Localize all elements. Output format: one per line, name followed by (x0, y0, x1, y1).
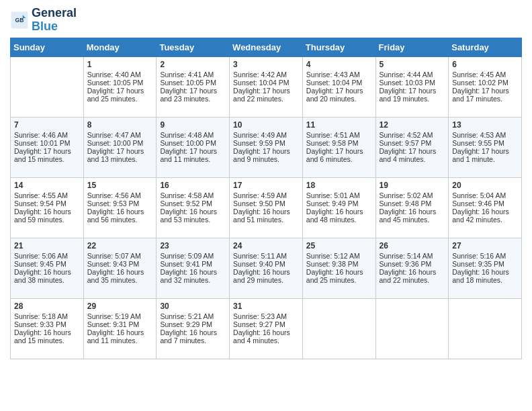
day-info: Daylight: 16 hours (160, 268, 226, 276)
day-info: Daylight: 16 hours (233, 208, 299, 216)
day-info: Daylight: 17 hours (233, 147, 299, 155)
day-number: 5 (380, 60, 445, 69)
calendar-cell: 26Sunrise: 5:14 AMSunset: 9:36 PMDayligh… (375, 238, 449, 298)
day-info: Sunrise: 4:46 AM (14, 131, 80, 139)
day-info: Sunrise: 5:21 AM (160, 312, 226, 320)
day-info: Daylight: 17 hours (14, 147, 80, 155)
day-info: and 1 minute. (452, 155, 518, 163)
calendar-cell: 10Sunrise: 4:49 AMSunset: 9:59 PMDayligh… (230, 117, 303, 177)
day-number: 23 (160, 241, 226, 250)
day-info: Sunrise: 5:02 AM (380, 191, 445, 199)
calendar-header: SundayMondayTuesdayWednesdayThursdayFrid… (11, 38, 522, 56)
day-info: Daylight: 16 hours (14, 208, 80, 216)
week-row-3: 14Sunrise: 4:55 AMSunset: 9:54 PMDayligh… (11, 177, 522, 238)
day-info: Daylight: 16 hours (452, 268, 518, 276)
day-number: 18 (306, 181, 372, 190)
day-info: and 17 minutes. (452, 95, 518, 103)
day-number: 27 (452, 241, 518, 250)
calendar-cell: 3Sunrise: 4:42 AMSunset: 10:04 PMDayligh… (230, 56, 303, 117)
day-info: Sunrise: 5:04 AM (452, 191, 518, 199)
calendar-cell: 8Sunrise: 4:47 AMSunset: 10:00 PMDayligh… (83, 117, 157, 177)
calendar-cell: 23Sunrise: 5:09 AMSunset: 9:41 PMDayligh… (157, 238, 230, 298)
day-info: Daylight: 17 hours (87, 147, 153, 155)
day-info: Sunset: 9:48 PM (380, 199, 445, 208)
day-info: Sunset: 9:54 PM (14, 199, 80, 208)
day-info: Sunrise: 4:51 AM (306, 131, 372, 139)
day-info: Sunrise: 5:06 AM (14, 252, 80, 260)
day-info: Daylight: 16 hours (306, 268, 372, 276)
day-info: Sunset: 9:49 PM (306, 199, 372, 208)
day-number: 26 (380, 241, 445, 250)
calendar-cell: 22Sunrise: 5:07 AMSunset: 9:43 PMDayligh… (83, 238, 157, 298)
day-number: 1 (87, 60, 153, 69)
calendar-cell: 31Sunrise: 5:23 AMSunset: 9:27 PMDayligh… (230, 298, 303, 359)
day-info: Sunrise: 4:53 AM (452, 131, 518, 139)
col-header-monday: Monday (83, 38, 157, 56)
day-number: 21 (14, 241, 80, 250)
day-info: Sunrise: 4:45 AM (452, 71, 518, 79)
day-info: Sunset: 10:00 PM (160, 139, 226, 147)
day-info: Daylight: 16 hours (233, 268, 299, 276)
calendar-cell: 24Sunrise: 5:11 AMSunset: 9:40 PMDayligh… (230, 238, 303, 298)
calendar-cell: 5Sunrise: 4:44 AMSunset: 10:03 PMDayligh… (375, 56, 449, 117)
day-info: and 25 minutes. (306, 276, 372, 284)
day-info: and 9 minutes. (233, 155, 299, 163)
calendar-cell: 1Sunrise: 4:40 AMSunset: 10:05 PMDayligh… (83, 56, 157, 117)
day-number: 8 (87, 120, 153, 130)
day-info: Sunrise: 5:19 AM (87, 312, 153, 320)
day-info: and 51 minutes. (233, 216, 299, 224)
calendar-cell: 28Sunrise: 5:18 AMSunset: 9:33 PMDayligh… (11, 298, 84, 359)
day-info: Daylight: 17 hours (160, 147, 226, 155)
day-info: Sunset: 10:04 PM (233, 79, 299, 87)
col-header-sunday: Sunday (11, 38, 84, 56)
calendar-cell: 19Sunrise: 5:02 AMSunset: 9:48 PMDayligh… (375, 177, 449, 238)
day-info: Sunset: 10:04 PM (306, 79, 372, 87)
day-info: and 48 minutes. (306, 216, 372, 224)
day-info: Sunrise: 5:16 AM (452, 252, 518, 260)
calendar-cell: 25Sunrise: 5:12 AMSunset: 9:38 PMDayligh… (302, 238, 375, 298)
calendar-cell (449, 298, 522, 359)
day-info: and 6 minutes. (306, 155, 372, 163)
day-info: Sunrise: 4:52 AM (380, 131, 445, 139)
day-info: Daylight: 16 hours (87, 328, 153, 336)
calendar-cell: 14Sunrise: 4:55 AMSunset: 9:54 PMDayligh… (11, 177, 84, 238)
day-number: 7 (14, 120, 80, 130)
col-header-friday: Friday (375, 38, 449, 56)
day-info: Daylight: 16 hours (87, 268, 153, 276)
day-info: Sunset: 9:55 PM (452, 139, 518, 147)
day-info: Sunset: 9:29 PM (160, 320, 226, 328)
col-header-saturday: Saturday (449, 38, 522, 56)
day-number: 28 (14, 302, 80, 311)
day-info: and 4 minutes. (380, 155, 445, 163)
calendar-cell: 2Sunrise: 4:41 AMSunset: 10:05 PMDayligh… (157, 56, 230, 117)
day-info: Sunset: 9:36 PM (380, 260, 445, 268)
day-info: Daylight: 16 hours (233, 328, 299, 336)
day-info: Daylight: 17 hours (233, 87, 299, 95)
day-number: 17 (233, 181, 299, 190)
day-info: and 22 minutes. (380, 276, 445, 284)
day-info: Sunset: 10:01 PM (14, 139, 80, 147)
calendar-cell: 9Sunrise: 4:48 AMSunset: 10:00 PMDayligh… (157, 117, 230, 177)
calendar-cell: 11Sunrise: 4:51 AMSunset: 9:58 PMDayligh… (302, 117, 375, 177)
day-info: Sunset: 9:40 PM (233, 260, 299, 268)
day-info: Daylight: 16 hours (14, 268, 80, 276)
day-info: Daylight: 17 hours (306, 147, 372, 155)
day-number: 20 (452, 181, 518, 190)
day-info: Sunrise: 4:47 AM (87, 131, 153, 139)
day-info: and 53 minutes. (160, 216, 226, 224)
day-info: Daylight: 16 hours (380, 268, 445, 276)
day-number: 11 (306, 120, 372, 130)
day-info: and 19 minutes. (380, 95, 445, 103)
day-info: Sunrise: 4:41 AM (160, 71, 226, 79)
day-info: Sunset: 9:35 PM (452, 260, 518, 268)
day-info: Daylight: 17 hours (452, 87, 518, 95)
day-info: Daylight: 16 hours (160, 328, 226, 336)
day-info: Sunrise: 4:43 AM (306, 71, 372, 79)
calendar-cell: 4Sunrise: 4:43 AMSunset: 10:04 PMDayligh… (302, 56, 375, 117)
day-info: Sunrise: 5:12 AM (306, 252, 372, 260)
day-info: Sunset: 9:58 PM (306, 139, 372, 147)
day-number: 3 (233, 60, 299, 69)
day-info: Sunset: 9:53 PM (87, 199, 153, 208)
calendar-cell: 16Sunrise: 4:58 AMSunset: 9:52 PMDayligh… (157, 177, 230, 238)
day-number: 19 (380, 181, 445, 190)
